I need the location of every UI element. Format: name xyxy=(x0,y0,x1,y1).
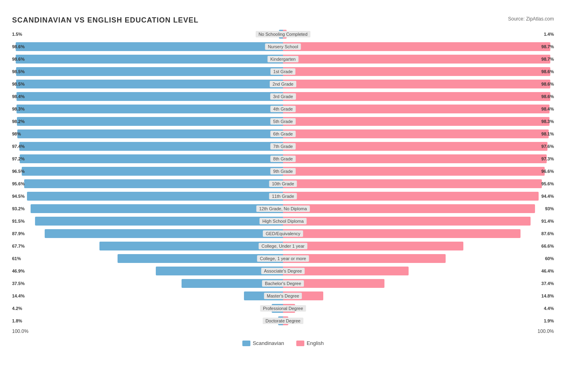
scandinavian-label: Scandinavian xyxy=(253,340,284,346)
left-section-16: 87.9% xyxy=(12,228,283,239)
right-pct-19: 46.4% xyxy=(541,269,554,273)
center-label-9: 7th Grade xyxy=(271,143,296,150)
english-bar-14 xyxy=(283,204,535,213)
center-label-8: 6th Grade xyxy=(271,131,296,137)
right-pct-9: 97.6% xyxy=(541,144,554,149)
center-label-22: Professional Degree xyxy=(260,305,306,312)
bar-row-22: 4.2%4.4%Professional Degree xyxy=(12,303,554,314)
english-bar-5 xyxy=(283,92,550,101)
center-label-2: Kindergarten xyxy=(268,56,299,62)
scand-bar-13 xyxy=(27,192,283,201)
english-bar-17 xyxy=(283,242,463,250)
left-section-12: 95.6% xyxy=(12,179,283,189)
center-label-1: Nursery School xyxy=(265,43,301,50)
right-section-20: 37.4% xyxy=(283,278,554,289)
right-pct-0: 1.4% xyxy=(544,32,554,37)
left-section-15: 91.5% xyxy=(12,216,283,226)
center-label-6: 4th Grade xyxy=(271,106,296,112)
left-pct-0: 1.5% xyxy=(12,32,22,37)
right-section-2: 98.7% xyxy=(283,54,554,64)
bar-row-12: 95.6%95.6%10th Grade xyxy=(12,178,554,189)
english-bar-4 xyxy=(283,80,550,88)
left-pct-9: 97.4% xyxy=(12,144,25,149)
left-section-23: 1.8% xyxy=(12,316,283,326)
right-pct-22: 4.4% xyxy=(544,306,554,311)
right-section-5: 98.6% xyxy=(283,91,554,102)
left-pct-23: 1.8% xyxy=(12,318,22,323)
bar-row-9: 97.4%97.6%7th Grade xyxy=(12,141,554,152)
center-label-17: College, Under 1 year xyxy=(258,243,307,249)
bar-row-11: 96.5%96.6%9th Grade xyxy=(12,166,554,177)
english-bar-11 xyxy=(283,167,545,176)
scand-bar-10 xyxy=(20,154,283,163)
bar-row-8: 98%98.1%6th Grade xyxy=(12,128,554,140)
scand-bar-11 xyxy=(22,167,283,176)
center-label-0: No Schooling Completed xyxy=(256,31,310,37)
bar-row-16: 87.9%87.6%GED/Equivalency xyxy=(12,228,554,239)
scand-bar-16 xyxy=(45,229,283,238)
left-pct-5: 98.4% xyxy=(12,94,25,99)
english-bar-13 xyxy=(283,192,539,201)
scand-bar-15 xyxy=(35,217,283,226)
right-pct-15: 91.4% xyxy=(541,219,554,224)
english-bar-8 xyxy=(283,129,549,138)
left-pct-17: 67.7% xyxy=(12,244,25,248)
left-pct-10: 97.2% xyxy=(12,156,25,161)
bar-row-14: 93.2%93%12th Grade, No Diploma xyxy=(12,203,554,214)
bar-row-7: 98.2%98.3%5th Grade xyxy=(12,116,554,127)
bar-chart: 1.5%1.4%No Schooling Completed98.6%98.7%… xyxy=(12,29,554,326)
center-label-20: Bachelor's Degree xyxy=(262,280,304,287)
center-label-7: 5th Grade xyxy=(271,118,296,125)
center-label-15: High School Diploma xyxy=(260,218,307,224)
english-bar-16 xyxy=(283,229,521,238)
left-section-5: 98.4% xyxy=(12,91,283,102)
english-bar-9 xyxy=(283,142,547,151)
right-section-9: 97.6% xyxy=(283,141,554,152)
right-pct-4: 98.6% xyxy=(541,82,554,86)
left-pct-6: 98.3% xyxy=(12,107,25,111)
right-pct-3: 98.6% xyxy=(541,69,554,74)
bar-row-23: 1.8%1.9%Doctorate Degree xyxy=(12,315,554,326)
scand-bar-8 xyxy=(17,129,283,138)
english-bar-15 xyxy=(283,217,531,226)
right-pct-16: 87.6% xyxy=(541,231,554,236)
bar-row-2: 98.6%98.7%Kindergarten xyxy=(12,53,554,65)
left-section-18: 61% xyxy=(12,253,283,264)
right-pct-8: 98.1% xyxy=(541,131,554,136)
right-pct-23: 1.9% xyxy=(544,318,554,323)
left-section-20: 37.5% xyxy=(12,278,283,289)
left-section-19: 46.9% xyxy=(12,266,283,276)
scand-bar-14 xyxy=(31,204,283,213)
scand-bar-17 xyxy=(99,242,283,250)
bar-row-21: 14.4%14.8%Master's Degree xyxy=(12,290,554,302)
right-section-11: 96.6% xyxy=(283,166,554,177)
scand-bar-5 xyxy=(17,92,283,101)
left-section-6: 98.3% xyxy=(12,104,283,114)
right-pct-1: 98.7% xyxy=(541,44,554,49)
scand-bar-7 xyxy=(17,117,283,126)
left-pct-15: 91.5% xyxy=(12,219,25,224)
left-pct-12: 95.6% xyxy=(12,181,25,186)
right-section-18: 60% xyxy=(283,253,554,264)
chart-title: SCANDINAVIAN VS ENGLISH EDUCATION LEVEL xyxy=(12,16,554,25)
right-pct-5: 98.6% xyxy=(541,94,554,99)
bar-row-1: 98.6%98.7%Nursery School xyxy=(12,41,554,52)
left-section-7: 98.2% xyxy=(12,116,283,127)
left-pct-8: 98% xyxy=(12,131,21,136)
left-pct-2: 98.6% xyxy=(12,57,25,62)
right-pct-20: 37.4% xyxy=(541,281,554,286)
english-label: English xyxy=(307,340,324,346)
left-pct-22: 4.2% xyxy=(12,306,22,311)
left-pct-20: 37.5% xyxy=(12,281,25,286)
left-pct-14: 93.2% xyxy=(12,206,25,211)
right-pct-2: 98.7% xyxy=(541,57,554,62)
right-section-14: 93% xyxy=(283,203,554,214)
scand-bar-4 xyxy=(16,80,283,88)
english-bar-2 xyxy=(283,55,550,64)
center-label-10: 8th Grade xyxy=(271,156,296,162)
right-pct-13: 94.4% xyxy=(541,194,554,199)
center-label-19: Associate's Degree xyxy=(261,268,305,274)
left-section-9: 97.4% xyxy=(12,141,283,152)
right-pct-18: 60% xyxy=(545,256,554,261)
center-label-18: College, 1 year or more xyxy=(257,255,309,262)
